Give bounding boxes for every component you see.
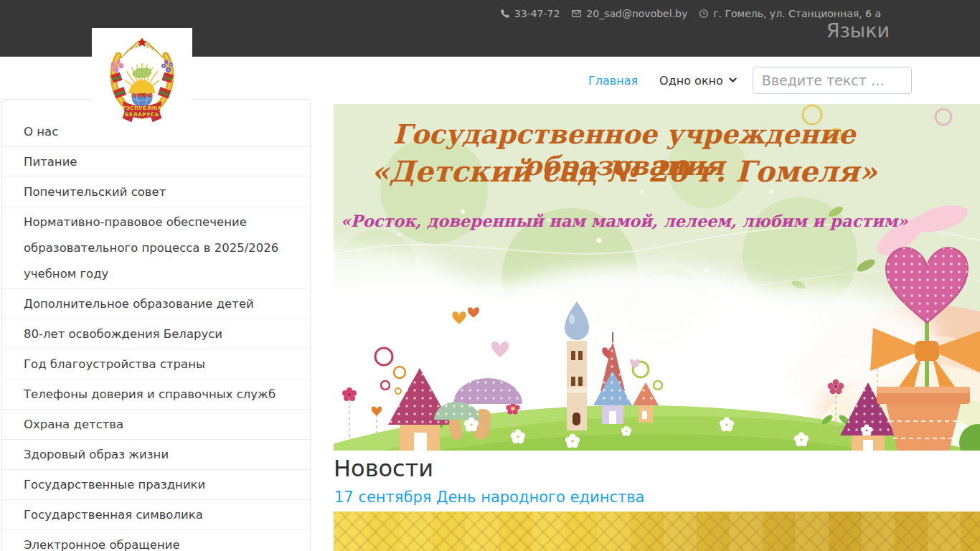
sidebar-item-e-appeal[interactable]: Электронное обращение: [2, 529, 310, 551]
sidebar-item-food[interactable]: Питание: [2, 146, 310, 176]
sidebar-item-extra-education[interactable]: Дополнительное образование детей: [2, 288, 310, 319]
languages-label[interactable]: Языки: [826, 20, 890, 42]
sidebar-item-board[interactable]: Попечительский совет: [2, 176, 310, 207]
search-input[interactable]: [753, 67, 912, 94]
nav-one-window[interactable]: Одно окно: [659, 74, 737, 88]
main-nav: Главная Одно окно: [588, 57, 912, 104]
page: 33-47-72 20_sad@novobel.by г. Гомель, ул…: [0, 0, 980, 551]
tower-droplet: [565, 301, 589, 430]
sidebar-item-improvement-year[interactable]: Год благоустройства страны: [2, 349, 310, 379]
address-block: г. Гомель, ул. Станционная, 6 а: [699, 8, 881, 19]
nav-home-link[interactable]: Главная: [588, 74, 638, 88]
logo-text-line2: БЕЛАРУСЬ: [125, 111, 159, 118]
news-link[interactable]: 17 сентября День народного единства: [334, 489, 644, 506]
nav-one-window-label: Одно окно: [659, 74, 723, 88]
phone-number: 33-47-72: [514, 8, 560, 19]
banner-title-line2: «Детский сад № 20 г. Гомеля»: [334, 154, 915, 188]
email-address: 20_sad@novobel.by: [586, 8, 687, 19]
envelope-icon: [571, 9, 582, 19]
phone-icon: [500, 9, 510, 19]
banner-slogan: «Росток, доверенный нам мамой, лелеем, л…: [334, 212, 915, 230]
sidebar-item-80-years[interactable]: 80-лет освобождения Беларуси: [2, 319, 310, 349]
sidebar-item-helplines[interactable]: Телефоны доверия и справочных служб: [2, 379, 310, 409]
sidebar-menu: О нас Питание Попечительский совет Норма…: [2, 100, 310, 551]
sidebar-item-healthy-lifestyle[interactable]: Здоровый образ жизни: [2, 439, 310, 469]
logo-text-line1: РЭСПУБЛІКА: [123, 105, 162, 110]
sidebar-item-state-holidays[interactable]: Государственные праздники: [2, 469, 310, 499]
address-text: г. Гомель, ул. Станционная, 6 а: [713, 8, 881, 19]
sidebar-item-legal[interactable]: Нормативно-правовое обеспечение образова…: [2, 207, 310, 288]
contact-info: 33-47-72 20_sad@novobel.by г. Гомель, ул…: [500, 8, 881, 19]
sidebar-item-child-protection[interactable]: Охрана детства: [2, 409, 310, 439]
banner: Государственное учреждение образования «…: [334, 104, 980, 451]
news-article-image: [334, 512, 980, 551]
site-logo[interactable]: РЭСПУБЛІКА БЕЛАРУСЬ: [92, 28, 192, 129]
email-block: 20_sad@novobel.by: [571, 8, 687, 19]
news-heading: Новости: [334, 455, 433, 482]
clock-icon: [699, 9, 709, 19]
belarus-coat-of-arms: РЭСПУБЛІКА БЕЛАРУСЬ: [96, 32, 188, 126]
sidebar: О нас Питание Попечительский совет Норма…: [1, 99, 311, 551]
chevron-down-icon: [729, 77, 737, 83]
phone-block: 33-47-72: [500, 8, 560, 19]
sidebar-item-state-symbols[interactable]: Государственная символика: [2, 499, 310, 529]
